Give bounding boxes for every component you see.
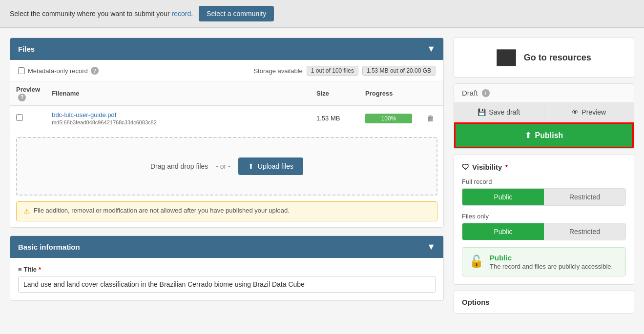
go-to-resources-card[interactable]: ██ Go to resources bbox=[454, 38, 634, 78]
files-only-group: Files only Public Restricted bbox=[462, 213, 626, 240]
drop-zone[interactable]: Drag and drop files - or - ⬆ Upload file… bbox=[16, 137, 437, 196]
basic-info-chevron-icon: ▼ bbox=[427, 242, 436, 252]
record-link[interactable]: record bbox=[171, 10, 191, 18]
resources-icon: ██ bbox=[497, 50, 516, 65]
full-record-public-button[interactable]: Public bbox=[462, 189, 544, 205]
metadata-info-icon[interactable]: ? bbox=[91, 67, 99, 75]
basic-info-header[interactable]: Basic information ▼ bbox=[10, 236, 443, 258]
banner-text: Select the community where you want to s… bbox=[10, 10, 193, 18]
warning-box: ⚠ File addition, removal or modification… bbox=[16, 201, 437, 221]
options-section: Options bbox=[454, 291, 634, 314]
metadata-only-label: Metadata-only record ? bbox=[18, 67, 99, 75]
upload-icon: ⬆ bbox=[248, 162, 254, 170]
shield-icon: 🛡 bbox=[462, 163, 469, 171]
metadata-only-checkbox[interactable] bbox=[18, 67, 25, 74]
public-desc: The record and files are publicly access… bbox=[490, 263, 613, 270]
files-section-header[interactable]: Files ▼ bbox=[10, 38, 443, 60]
preview-info-icon[interactable]: ? bbox=[18, 94, 26, 101]
preview-cell bbox=[10, 106, 46, 131]
storage-info: Storage available 1 out of 100 files 1.5… bbox=[253, 66, 436, 76]
files-section: Files ▼ Metadata-only record ? Storage a… bbox=[10, 38, 444, 228]
basic-info-section: Basic information ▼ ≡ Title * bbox=[10, 236, 444, 301]
public-status-box: 🔓 Public The record and files are public… bbox=[462, 247, 626, 276]
full-record-group: Full record Public Restricted bbox=[462, 178, 626, 206]
full-record-restricted-button[interactable]: Restricted bbox=[544, 189, 625, 205]
eye-icon: 👁 bbox=[572, 108, 579, 116]
community-banner: Select the community where you want to s… bbox=[0, 0, 644, 28]
delete-file-button[interactable]: 🗑 bbox=[424, 113, 437, 124]
publish-icon: ⬆ bbox=[525, 131, 531, 140]
draft-label: Draft bbox=[462, 89, 478, 97]
file-hash: md5:68b3fead048c96421768c334c6083c82 bbox=[52, 119, 157, 125]
draft-info-icon[interactable]: i bbox=[482, 89, 490, 97]
basic-info-title: Basic information bbox=[18, 243, 80, 251]
size-cell: 1.53 MB bbox=[311, 106, 359, 131]
preview-button[interactable]: 👁 Preview bbox=[544, 102, 634, 122]
title-field-label: ≡ Title * bbox=[18, 266, 436, 273]
action-buttons: 💾 Save draft 👁 Preview bbox=[454, 102, 634, 122]
files-chevron-icon: ▼ bbox=[427, 44, 436, 54]
files-count-badge: 1 out of 100 files bbox=[307, 66, 358, 76]
upload-files-button[interactable]: ⬆ Upload files bbox=[238, 157, 303, 175]
files-only-toggle: Public Restricted bbox=[462, 223, 626, 240]
lock-open-icon: 🔓 bbox=[469, 255, 484, 268]
col-filename-header: Filename bbox=[46, 82, 311, 106]
public-status-text: Public The record and files are publicly… bbox=[490, 254, 613, 270]
drag-drop-text: Drag and drop files bbox=[150, 162, 208, 170]
title-required-star: * bbox=[39, 266, 41, 273]
progress-cell: 100% bbox=[359, 106, 418, 131]
visibility-card: 🛡 Visibility * Full record Public Restri… bbox=[454, 155, 634, 285]
draft-header: Draft i bbox=[454, 84, 634, 102]
publish-button[interactable]: ⬆ Publish bbox=[454, 122, 634, 148]
table-row: bdc-lulc-user-guide.pdf md5:68b3fead048c… bbox=[10, 106, 443, 131]
right-panel: ██ Go to resources Draft i 💾 Save draft … bbox=[454, 38, 634, 314]
save-icon: 💾 bbox=[478, 108, 486, 116]
main-layout: Files ▼ Metadata-only record ? Storage a… bbox=[0, 28, 644, 323]
public-label: Public bbox=[490, 254, 613, 262]
filename-cell: bdc-lulc-user-guide.pdf md5:68b3fead048c… bbox=[46, 106, 311, 131]
left-panel: Files ▼ Metadata-only record ? Storage a… bbox=[10, 38, 444, 314]
save-draft-button[interactable]: 💾 Save draft bbox=[454, 102, 544, 122]
files-only-public-button[interactable]: Public bbox=[462, 223, 544, 240]
visibility-required-star: * bbox=[505, 163, 508, 171]
visibility-title: 🛡 Visibility * bbox=[462, 163, 626, 171]
warning-icon: ⚠ bbox=[23, 207, 30, 216]
title-input[interactable] bbox=[18, 276, 436, 293]
title-field-section: ≡ Title * bbox=[10, 258, 443, 300]
files-section-title: Files bbox=[18, 45, 35, 53]
go-to-resources-label: Go to resources bbox=[524, 53, 591, 63]
file-preview-checkbox[interactable] bbox=[16, 114, 23, 121]
files-only-label: Files only bbox=[462, 213, 626, 220]
files-meta-row: Metadata-only record ? Storage available… bbox=[10, 60, 443, 82]
col-progress-header: Progress bbox=[359, 82, 418, 106]
options-title: Options bbox=[462, 298, 626, 306]
select-community-button[interactable]: Select a community bbox=[199, 6, 274, 21]
title-icon: ≡ bbox=[18, 266, 22, 273]
col-size-header: Size bbox=[311, 82, 359, 106]
files-only-restricted-button[interactable]: Restricted bbox=[544, 223, 625, 240]
files-table: Preview ? Filename Size Progress bbox=[10, 82, 443, 131]
col-preview-header: Preview ? bbox=[10, 82, 46, 106]
col-actions-header bbox=[418, 82, 443, 106]
delete-cell: 🗑 bbox=[418, 106, 443, 131]
full-record-toggle: Public Restricted bbox=[462, 188, 626, 206]
full-record-label: Full record bbox=[462, 178, 626, 185]
storage-size-badge: 1.53 MB out of 20.00 GB bbox=[362, 66, 436, 76]
or-text: - or - bbox=[216, 162, 230, 170]
file-link[interactable]: bdc-lulc-user-guide.pdf bbox=[52, 111, 305, 118]
progress-bar: 100% bbox=[365, 114, 412, 123]
action-card: Draft i 💾 Save draft 👁 Preview ⬆ Publish bbox=[454, 83, 634, 149]
